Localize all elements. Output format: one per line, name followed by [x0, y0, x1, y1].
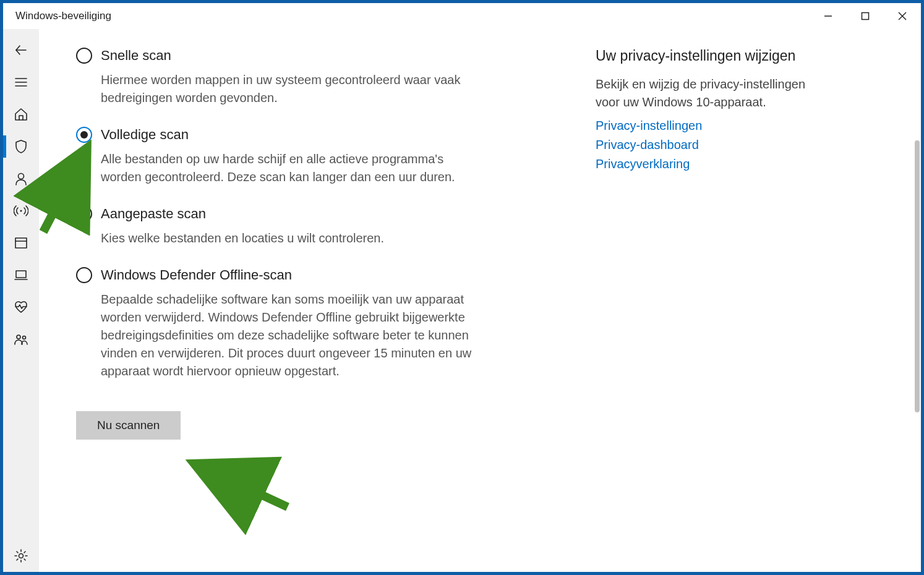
radio-custom-scan[interactable]: Aangepaste scan	[76, 206, 521, 222]
person-icon	[14, 171, 28, 186]
svg-point-16	[19, 554, 24, 558]
radio-description: Bepaalde schadelijke software kan soms m…	[76, 291, 484, 380]
browser-icon	[14, 236, 28, 250]
close-button[interactable]	[884, 3, 921, 29]
scan-now-button[interactable]: Nu scannen	[76, 411, 181, 440]
radio-circle-selected-icon	[76, 127, 92, 143]
hamburger-menu-button[interactable]	[3, 66, 39, 98]
sidebar-item-family-options[interactable]	[3, 323, 39, 356]
radio-circle-icon	[76, 206, 92, 222]
maximize-button[interactable]	[847, 3, 884, 29]
window-title: Windows-beveiliging	[15, 10, 111, 22]
minimize-button[interactable]	[810, 3, 847, 29]
privacy-panel: Uw privacy-instellingen wijzigen Bekijk …	[596, 48, 806, 553]
link-privacy-dashboard[interactable]: Privacy-dashboard	[596, 138, 806, 152]
content-area: Snelle scan Hiermee worden mappen in uw …	[3, 29, 921, 572]
radio-quick-scan[interactable]: Snelle scan	[76, 48, 521, 64]
main-content: Snelle scan Hiermee worden mappen in uw …	[39, 29, 921, 572]
sidebar-item-firewall[interactable]	[3, 195, 39, 227]
radio-full-scan[interactable]: Volledige scan	[76, 127, 521, 143]
sidebar-item-account-protection[interactable]	[3, 163, 39, 195]
svg-point-9	[20, 210, 22, 212]
svg-rect-12	[16, 271, 26, 278]
svg-rect-10	[15, 238, 27, 248]
radio-description: Hiermee worden mappen in uw systeem geco…	[76, 71, 484, 107]
svg-rect-1	[862, 13, 869, 20]
sidebar-item-settings[interactable]	[3, 540, 39, 572]
radio-circle-icon	[76, 48, 92, 64]
radio-option-full: Volledige scan Alle bestanden op uw hard…	[76, 127, 521, 186]
sidebar-item-device-performance[interactable]	[3, 291, 39, 323]
svg-point-8	[19, 174, 24, 179]
privacy-panel-title: Uw privacy-instellingen wijzigen	[596, 48, 806, 64]
scrollbar-thumb[interactable]	[915, 140, 920, 412]
svg-point-15	[23, 336, 26, 339]
radio-option-quick: Snelle scan Hiermee worden mappen in uw …	[76, 48, 521, 107]
titlebar: Windows-beveiliging	[3, 3, 921, 29]
radio-description: Alle bestanden op uw harde schijf en all…	[76, 150, 484, 186]
radio-label: Snelle scan	[101, 48, 171, 64]
scan-options-panel: Snelle scan Hiermee worden mappen in uw …	[76, 48, 521, 553]
window-controls	[810, 3, 921, 29]
link-privacy-settings[interactable]: Privacy-instellingen	[596, 119, 806, 133]
gear-icon	[14, 548, 28, 563]
back-arrow-icon	[14, 43, 28, 58]
link-privacy-statement[interactable]: Privacyverklaring	[596, 157, 806, 171]
minimize-icon	[824, 12, 832, 20]
maximize-icon	[861, 12, 870, 20]
radio-offline-scan[interactable]: Windows Defender Offline-scan	[76, 267, 521, 283]
sidebar-item-virus-protection[interactable]	[3, 130, 39, 163]
sidebar-item-home[interactable]	[3, 98, 39, 130]
shield-icon	[14, 139, 28, 154]
family-icon	[14, 332, 28, 347]
sidebar	[3, 29, 39, 572]
privacy-panel-desc: Bekijk en wijzig de privacy-instellingen…	[596, 75, 806, 111]
heart-icon	[14, 300, 28, 315]
radio-description: Kies welke bestanden en locaties u wilt …	[76, 229, 484, 247]
radio-label: Aangepaste scan	[101, 206, 206, 222]
close-icon	[898, 12, 907, 20]
laptop-icon	[14, 268, 28, 283]
radio-circle-icon	[76, 267, 92, 283]
radio-label: Windows Defender Offline-scan	[101, 267, 292, 283]
back-button[interactable]	[3, 34, 39, 66]
svg-point-14	[17, 335, 20, 339]
hamburger-icon	[14, 75, 28, 90]
radio-option-custom: Aangepaste scan Kies welke bestanden en …	[76, 206, 521, 247]
radio-label: Volledige scan	[101, 127, 189, 143]
sidebar-item-app-browser-control[interactable]	[3, 227, 39, 259]
antenna-icon	[14, 203, 28, 218]
radio-option-offline: Windows Defender Offline-scan Bepaalde s…	[76, 267, 521, 380]
home-icon	[14, 107, 28, 122]
sidebar-item-device-security[interactable]	[3, 259, 39, 291]
scrollbar[interactable]	[912, 29, 921, 572]
